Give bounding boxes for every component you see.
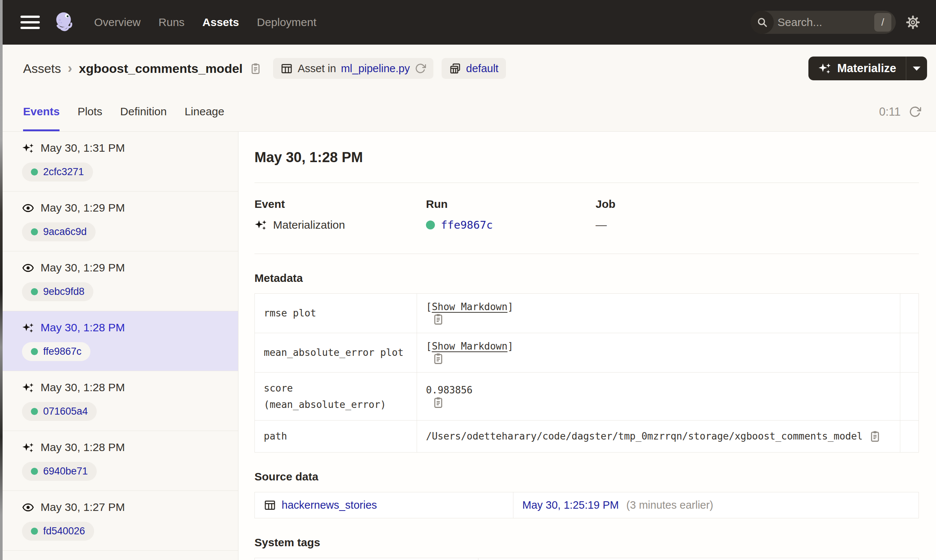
event-timestamp: May 30, 1:29 PM (40, 262, 125, 274)
system-tag-key: code_version (255, 558, 479, 560)
asset-definition-file-link[interactable]: ml_pipeline.py (341, 63, 410, 75)
source-timestamp-link[interactable]: May 30, 1:25:19 PM (522, 499, 619, 511)
run-id-link[interactable]: 2cfc3271 (43, 166, 84, 178)
run-id-link[interactable]: 9aca6c9d (43, 226, 87, 238)
materialization-icon (22, 382, 34, 394)
nav-item-assets[interactable]: Assets (202, 16, 239, 29)
event-list-item[interactable]: May 30, 1:28 PM 071605a4 (3, 371, 238, 431)
metadata-row-spacer (900, 372, 919, 420)
event-timestamp: May 30, 1:28 PM (40, 321, 125, 334)
system-tag-value: ffe9867c-ec9c-4f06-939c-f8dc830c0962 (479, 558, 919, 560)
asset-group-tag: default (442, 58, 506, 79)
tab-definition[interactable]: Definition (120, 92, 167, 131)
copy-path-icon[interactable] (869, 430, 881, 443)
asset-header-row: Assets › xgboost_comments_model Asset in… (3, 45, 936, 92)
materialize-dropdown-button[interactable] (906, 57, 927, 80)
asset-table-icon (264, 499, 276, 511)
run-status-dot (31, 468, 38, 475)
system-tag-row: code_version ffe9867c-ec9c-4f06-939c-f8d… (255, 558, 919, 560)
asset-definition-prefix: Asset in (298, 63, 336, 75)
source-asset-link[interactable]: hackernews_stories (282, 499, 377, 511)
run-tag: 9ebc9fd8 (22, 282, 93, 301)
run-id-link[interactable]: 6940be71 (43, 466, 88, 477)
materialization-icon (22, 322, 34, 334)
path-link[interactable]: /Users/odetteharary/code/dagster/tmp_0mz… (426, 431, 863, 442)
event-list-item[interactable]: May 30, 1:28 PM ffe9867c (3, 311, 238, 371)
metadata-key: mean_absolute_error plot (255, 333, 417, 372)
code-location-icon (449, 63, 461, 75)
metadata-row: score (mean_absolute_error) 0.983856 (255, 372, 919, 420)
nav-item-overview[interactable]: Overview (94, 16, 141, 29)
divider (254, 183, 919, 183)
source-relative-time: (3 minutes earlier) (627, 499, 714, 511)
tab-plots[interactable]: Plots (77, 92, 102, 131)
tab-events[interactable]: Events (23, 92, 60, 131)
materialization-icon (22, 442, 34, 454)
system-tags-table: code_version ffe9867c-ec9c-4f06-939c-f8d… (254, 558, 919, 560)
copy-path-icon[interactable] (432, 352, 445, 365)
metadata-key: score (mean_absolute_error) (255, 372, 417, 420)
run-tag: 071605a4 (22, 402, 97, 421)
search-input[interactable] (774, 16, 874, 29)
copy-path-icon[interactable] (432, 313, 445, 325)
metadata-row-spacer (900, 333, 919, 372)
metadata-row: path /Users/odetteharary/code/dagster/tm… (255, 420, 919, 452)
top-nav-bar: OverviewRunsAssetsDeployment / (3, 0, 936, 45)
global-search[interactable]: / (751, 11, 896, 34)
run-id-link[interactable]: 071605a4 (43, 406, 88, 417)
divider (254, 254, 919, 254)
run-status-dot (426, 220, 435, 229)
content-area: May 30, 1:31 PM 2cfc3271 May 30, 1:29 P (3, 132, 936, 560)
run-id-link[interactable]: 9ebc9fd8 (43, 286, 85, 297)
event-list-item[interactable]: May 30, 1:28 PM 6940be71 (3, 431, 238, 491)
run-column-label: Run (426, 198, 596, 211)
copy-asset-name-icon[interactable] (249, 62, 262, 75)
event-list-sidebar: May 30, 1:31 PM 2cfc3271 May 30, 1:29 P (3, 132, 239, 560)
reload-definition-icon[interactable] (415, 63, 426, 74)
metadata-row-spacer (900, 420, 919, 452)
metadata-row: mean_absolute_error plot [Show Markdown] (255, 333, 919, 372)
run-tag: 9aca6c9d (22, 222, 95, 242)
materialize-button[interactable]: Materialize (808, 57, 906, 80)
event-list-item[interactable]: May 30, 1:31 PM 2cfc3271 (3, 132, 238, 191)
run-status-dot (31, 168, 38, 175)
tab-lineage[interactable]: Lineage (185, 92, 224, 131)
hamburger-menu-icon[interactable] (20, 15, 40, 29)
metadata-key: path (255, 420, 417, 452)
event-timestamp: May 30, 1:28 PM (40, 381, 125, 394)
run-status-dot (31, 408, 38, 415)
chevron-down-icon (913, 66, 921, 71)
show-markdown-link[interactable]: Show Markdown (432, 301, 508, 312)
run-status-dot (31, 288, 38, 295)
event-timestamp: May 30, 1:28 PM (40, 441, 125, 454)
nav-item-runs[interactable]: Runs (159, 16, 185, 29)
page-title: xgboost_comments_model (79, 62, 243, 76)
run-tag: 2cfc3271 (22, 163, 93, 182)
asset-group-link[interactable]: default (466, 63, 499, 75)
asset-table-icon (280, 63, 293, 75)
breadcrumb-assets-link[interactable]: Assets (23, 62, 61, 76)
search-shortcut-key: / (874, 13, 891, 32)
source-data-row: hackernews_stories May 30, 1:25:19 PM (3… (255, 492, 919, 518)
materialize-button-label: Materialize (837, 62, 896, 75)
copy-path-icon[interactable] (432, 396, 445, 409)
run-id-link[interactable]: ffe9867c (441, 218, 493, 231)
materialize-sparkle-icon (818, 62, 831, 75)
system-tags-heading: System tags (254, 536, 919, 549)
observation-icon (22, 501, 34, 514)
event-column-label: Event (254, 198, 426, 211)
run-id-link[interactable]: ffe9867c (43, 346, 82, 357)
refresh-icon[interactable] (909, 106, 921, 118)
event-list-item[interactable]: May 30, 1:29 PM 9ebc9fd8 (3, 251, 238, 311)
refresh-countdown: 0:11 (879, 105, 901, 118)
dagster-logo-icon[interactable] (53, 10, 78, 35)
nav-item-deployment[interactable]: Deployment (257, 16, 316, 29)
event-list-item[interactable]: May 30, 1:29 PM 9aca6c9d (3, 191, 238, 251)
show-markdown-link[interactable]: Show Markdown (432, 341, 508, 352)
event-timestamp: May 30, 1:27 PM (40, 501, 125, 514)
nav-links: OverviewRunsAssetsDeployment (94, 16, 317, 29)
asset-tabs-row: EventsPlotsDefinitionLineage 0:11 (3, 92, 936, 132)
run-id-link[interactable]: fd540026 (43, 525, 85, 537)
settings-gear-icon[interactable] (905, 15, 921, 30)
event-list-item[interactable]: May 30, 1:27 PM fd540026 (3, 491, 238, 551)
